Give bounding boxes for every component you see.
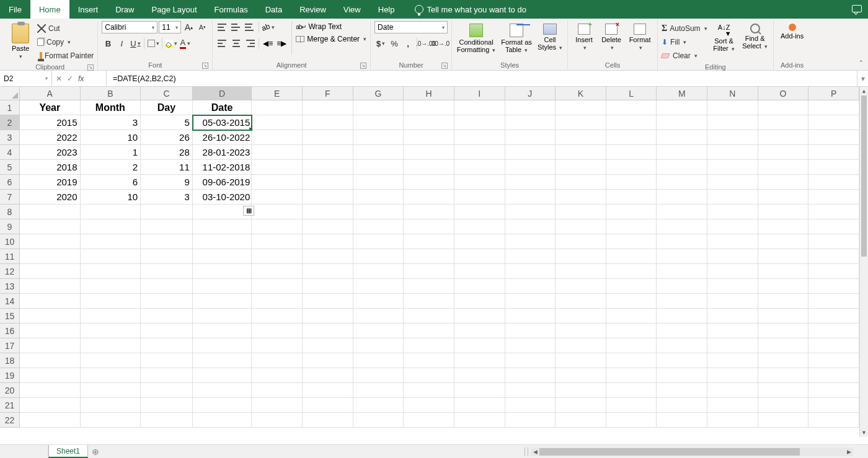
- cell-D11[interactable]: [193, 249, 252, 264]
- tab-formulas[interactable]: Formulas: [206, 0, 257, 19]
- sort-filter-button[interactable]: A↓Z▼Sort & Filter ▾: [710, 21, 738, 52]
- cell-M13[interactable]: [657, 279, 707, 294]
- cell-O12[interactable]: [758, 264, 809, 279]
- cell-L21[interactable]: [606, 398, 657, 413]
- row-header-10[interactable]: 10: [0, 234, 20, 249]
- cell-J14[interactable]: [505, 294, 556, 309]
- cell-P5[interactable]: [808, 160, 859, 175]
- cancel-formula-button[interactable]: ✕: [56, 74, 62, 83]
- cell-E17[interactable]: [252, 338, 303, 353]
- row-header-6[interactable]: 6: [0, 175, 20, 190]
- cell-H8[interactable]: [404, 205, 454, 219]
- cell-H10[interactable]: [404, 234, 454, 249]
- cell-P9[interactable]: [808, 219, 859, 234]
- cell-M22[interactable]: [657, 413, 707, 428]
- cell-K5[interactable]: [556, 160, 606, 175]
- scroll-right-button[interactable]: ▶: [844, 449, 853, 455]
- cell-N7[interactable]: [707, 190, 758, 205]
- cell-D17[interactable]: [193, 338, 252, 353]
- cell-I4[interactable]: [454, 145, 505, 160]
- cell-L12[interactable]: [606, 264, 657, 279]
- align-bottom-button[interactable]: [244, 21, 256, 33]
- cell-I11[interactable]: [454, 249, 505, 264]
- cell-M8[interactable]: [657, 205, 707, 219]
- tab-data[interactable]: Data: [257, 0, 291, 19]
- cell-F9[interactable]: [303, 219, 353, 234]
- cell-O1[interactable]: [758, 100, 809, 115]
- cell-K11[interactable]: [556, 249, 606, 264]
- row-header-7[interactable]: 7: [0, 190, 20, 205]
- bold-button[interactable]: B: [102, 37, 114, 50]
- cell-A15[interactable]: [20, 309, 81, 324]
- cell-E3[interactable]: [252, 130, 303, 145]
- select-all-button[interactable]: [0, 87, 20, 100]
- cell-P15[interactable]: [808, 309, 859, 324]
- cell-E5[interactable]: [252, 160, 303, 175]
- cell-M17[interactable]: [657, 338, 707, 353]
- cell-P22[interactable]: [808, 413, 859, 428]
- cell-I7[interactable]: [454, 190, 505, 205]
- cell-K4[interactable]: [556, 145, 606, 160]
- cell-I21[interactable]: [454, 398, 505, 413]
- cell-H13[interactable]: [404, 279, 454, 294]
- cell-C11[interactable]: [141, 249, 193, 264]
- cell-N16[interactable]: [707, 324, 758, 338]
- cell-K2[interactable]: [556, 115, 606, 130]
- cell-H22[interactable]: [404, 413, 454, 428]
- cell-K7[interactable]: [556, 190, 606, 205]
- cell-F17[interactable]: [303, 338, 353, 353]
- cell-I6[interactable]: [454, 175, 505, 190]
- font-color-button[interactable]: A▾: [179, 37, 191, 50]
- cell-G1[interactable]: [353, 100, 404, 115]
- row-header-20[interactable]: 20: [0, 383, 20, 398]
- cell-O9[interactable]: [758, 219, 809, 234]
- cell-J22[interactable]: [505, 413, 556, 428]
- cell-P11[interactable]: [808, 249, 859, 264]
- cell-M3[interactable]: [657, 130, 707, 145]
- cell-N10[interactable]: [707, 234, 758, 249]
- cell-B10[interactable]: [81, 234, 141, 249]
- cell-F8[interactable]: [303, 205, 353, 219]
- cell-F10[interactable]: [303, 234, 353, 249]
- format-cells-button[interactable]: Format▾: [626, 21, 653, 51]
- cell-A18[interactable]: [20, 353, 81, 368]
- cell-L3[interactable]: [606, 130, 657, 145]
- cell-D3[interactable]: 26-10-2022: [193, 130, 252, 145]
- cell-F13[interactable]: [303, 279, 353, 294]
- cell-C18[interactable]: [141, 353, 193, 368]
- autofill-options-button[interactable]: ▦: [243, 206, 254, 216]
- cell-N17[interactable]: [707, 338, 758, 353]
- column-header-L[interactable]: L: [606, 87, 657, 100]
- format-as-table-button[interactable]: Format as Table ▾: [499, 21, 534, 53]
- cell-P6[interactable]: [808, 175, 859, 190]
- cell-F11[interactable]: [303, 249, 353, 264]
- cell-M16[interactable]: [657, 324, 707, 338]
- cell-A22[interactable]: [20, 413, 81, 428]
- comma-format-button[interactable]: ,: [402, 37, 414, 50]
- cell-H15[interactable]: [404, 309, 454, 324]
- cell-B12[interactable]: [81, 264, 141, 279]
- cell-A19[interactable]: [20, 368, 81, 383]
- insert-function-button[interactable]: fx: [78, 74, 84, 83]
- column-header-O[interactable]: O: [758, 87, 809, 100]
- cell-E20[interactable]: [252, 383, 303, 398]
- cell-G16[interactable]: [353, 324, 404, 338]
- row-header-1[interactable]: 1: [0, 100, 20, 115]
- cell-I10[interactable]: [454, 234, 505, 249]
- cell-J20[interactable]: [505, 383, 556, 398]
- font-launcher[interactable]: ↘: [202, 63, 208, 69]
- row-header-3[interactable]: 3: [0, 130, 20, 145]
- cell-J17[interactable]: [505, 338, 556, 353]
- cell-I15[interactable]: [454, 309, 505, 324]
- cell-A10[interactable]: [20, 234, 81, 249]
- cell-L9[interactable]: [606, 219, 657, 234]
- column-header-H[interactable]: H: [404, 87, 454, 100]
- cell-I5[interactable]: [454, 160, 505, 175]
- cell-G22[interactable]: [353, 413, 404, 428]
- cell-K13[interactable]: [556, 279, 606, 294]
- cell-D14[interactable]: [193, 294, 252, 309]
- scroll-up-button[interactable]: ▲: [860, 87, 868, 95]
- horizontal-scrollbar[interactable]: ◀ ▶: [531, 447, 853, 456]
- cell-E4[interactable]: [252, 145, 303, 160]
- cell-N8[interactable]: [707, 205, 758, 219]
